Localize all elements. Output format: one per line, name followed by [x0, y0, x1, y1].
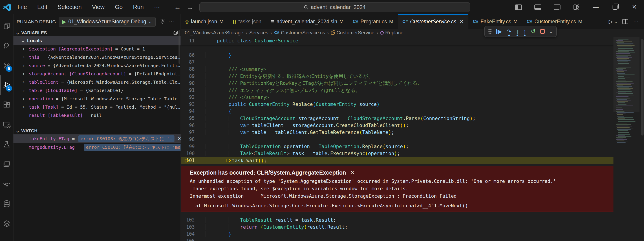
extensions-icon[interactable] [0, 95, 14, 115]
debug-config-dropdown[interactable]: ▶ 01_WindowsAzureStorage Debug ⌄ [58, 17, 156, 27]
forward-arrow-icon[interactable]: → [187, 3, 194, 11]
watch-row[interactable]: fakeEntity.ETag = error CS0103: 現在のコンテキス… [14, 134, 180, 143]
code-line[interactable]: 91 /// エンティティクラスに無いプロパティはnullとなる。 [181, 87, 614, 94]
genie-lamp-icon[interactable] [0, 174, 14, 194]
code-line[interactable]: 103 return (CustomerEntity)result.Result… [181, 224, 614, 231]
menu-file[interactable]: File [14, 2, 30, 12]
restart-button[interactable]: ↺ [531, 28, 536, 34]
code-line[interactable]: 87 [181, 59, 614, 65]
menu-edit[interactable]: Edit [34, 2, 51, 12]
windows-panels-icon[interactable] [0, 154, 14, 174]
editor-scrollbar[interactable] [641, 39, 644, 136]
step-into-button[interactable]: ↓ [516, 28, 519, 34]
sidebar-scrollbar[interactable] [178, 30, 180, 64]
breadcrumb-item[interactable]: 01_WindowsAzureStorage [185, 30, 243, 36]
variable-row[interactable]: result [TableResult] = null [14, 111, 180, 119]
code-line[interactable]: 93 public CustomerEntity Replace(Custome… [181, 101, 614, 108]
tab-tasks-json[interactable]: {}tasks.json [228, 14, 266, 29]
variable-row[interactable]: ›this = {Adventcalendar2024.WindowsAzure… [14, 53, 180, 61]
code-line[interactable]: 94 { [181, 108, 614, 115]
split-editor-button[interactable] [622, 19, 628, 24]
menu-moremoremore[interactable]: ··· [150, 2, 164, 12]
watch-section-header[interactable]: ⌄ WATCH [14, 127, 180, 134]
variable-row[interactable]: ›source = {Adventcalendar2024.WindowsAzu… [14, 61, 180, 70]
twistie-icon[interactable]: › [22, 46, 29, 51]
code-line[interactable]: 98 [181, 136, 614, 143]
twistie-icon[interactable]: › [22, 105, 29, 109]
variable-row[interactable]: ›storageAccount [CloudStorageAccount] = … [14, 70, 180, 78]
breadcrumb-item[interactable]: C# CustomerService.cs [274, 30, 325, 36]
variable-row[interactable]: ›$exception [AggregateException] = Count… [14, 45, 180, 53]
tab-advent-calendar-2024-sln[interactable]: ≣advent_calendar_2024.slnM [266, 14, 348, 29]
collapse-all-icon[interactable] [173, 30, 178, 35]
stop-button[interactable] [540, 29, 545, 34]
back-arrow-icon[interactable]: ← [174, 3, 181, 11]
code-line[interactable]: 95 CloudStorageAccount storageAccount = … [181, 115, 614, 122]
code-line[interactable]: 104 } [181, 231, 614, 238]
menu-view[interactable]: View [88, 2, 108, 12]
code-line[interactable]: 102 TableResult result = task.Result; [181, 217, 614, 224]
code-line[interactable]: 97 var table = tableClient.GetTableRefer… [181, 129, 614, 136]
menu-selection[interactable]: Selection [54, 2, 85, 12]
views-more-actions[interactable]: ··· [168, 18, 175, 25]
editor-more-actions[interactable]: ··· [633, 18, 638, 25]
explorer-icon[interactable] [0, 16, 14, 36]
code-line[interactable]: 92 /// </summary> [181, 94, 614, 101]
code-line[interactable]: 86 } [181, 52, 614, 59]
tab-launch-json[interactable]: {}launch.jsonM [181, 14, 228, 29]
variable-row[interactable]: ›task [Task] = Id = 55, Status = Faulted… [14, 103, 180, 111]
search-view-icon[interactable] [0, 36, 14, 56]
debug-settings-gear-icon[interactable] [160, 18, 166, 25]
twistie-icon[interactable]: › [22, 80, 29, 84]
breadcrumb-item[interactable]: CustomerService [331, 30, 374, 36]
variables-section-header[interactable]: ⌄ VARIABLES [14, 29, 180, 36]
layers-icon[interactable] [0, 214, 14, 233]
code-editor[interactable]: 11 public class CustomerService 86 }8788… [181, 37, 644, 241]
twistie-icon[interactable]: › [22, 88, 29, 93]
code-line[interactable]: 100 Task<TableResult> task = table.Execu… [181, 150, 614, 157]
code-line[interactable]: 99 TableOperation operation = TableOpera… [181, 143, 614, 150]
twistie-icon[interactable]: › [22, 63, 29, 68]
step-out-button[interactable]: ↑ [524, 28, 526, 34]
sticky-scroll-line[interactable]: 11 public class CustomerService [181, 37, 614, 45]
code-line[interactable]: 105 [181, 238, 614, 241]
menu-run[interactable]: Run [129, 2, 147, 12]
tab-CustomerService-cs[interactable]: C#CustomerService.cs✕ [398, 14, 468, 29]
close-button[interactable]: ✕ [625, 0, 644, 14]
customize-layout-button[interactable] [567, 0, 586, 14]
variable-row[interactable]: ›tableClient = {Microsoft.WindowsAzure.S… [14, 78, 180, 86]
source-control-icon[interactable]: 5 [0, 56, 14, 75]
code-line[interactable]: 89 /// Entityを更新する。取得済みのEntityを使用しているが、 [181, 73, 614, 80]
minimap[interactable] [614, 37, 644, 241]
twistie-icon[interactable]: › [22, 71, 29, 76]
close-exception-icon[interactable]: ✕ [350, 169, 354, 176]
test-beaker-icon[interactable] [0, 135, 14, 154]
command-center-search[interactable]: advent_calendar_2024 [200, 2, 470, 12]
code-line[interactable]: 96 var tableClient = storageAccount.Crea… [181, 122, 614, 129]
continue-button[interactable]: ▶ [496, 28, 502, 34]
breadcrumb-item[interactable]: Services [249, 30, 268, 36]
minimize-button[interactable]: — [586, 0, 606, 14]
tab-Program-cs[interactable]: C#Program.csM [348, 14, 398, 29]
code-line[interactable]: 101 task.Wait(); [181, 157, 614, 164]
remote-explorer-icon[interactable]: >< [0, 115, 14, 135]
start-debug-icon[interactable]: ▶ [62, 19, 66, 25]
twistie-icon[interactable]: › [22, 55, 29, 59]
twistie-icon[interactable]: › [22, 96, 29, 101]
run-debug-view-icon[interactable]: 1 [0, 75, 14, 95]
variable-row[interactable]: ›operation = {Microsoft.WindowsAzure.Sto… [14, 94, 180, 103]
variable-row[interactable]: ›table [CloudTable] = {SampleTable1} [14, 86, 180, 94]
watch-row[interactable]: mergedEntity.ETag = error CS0103: 現在のコンテ… [14, 143, 180, 151]
drag-grip-icon[interactable] [488, 29, 492, 34]
code-line[interactable]: 88 /// <summary> [181, 66, 614, 73]
code-line[interactable]: 90 /// PartitionKeyとRowKeyとETagがあれば同じエンテ… [181, 80, 614, 87]
database-icon[interactable] [0, 194, 14, 214]
run-file-button[interactable]: ▷ ⌄ [609, 18, 618, 25]
scope-locals[interactable]: ⌄ Locals [14, 36, 180, 45]
menu-go[interactable]: Go [112, 2, 126, 12]
step-over-button[interactable]: ↷ [506, 28, 512, 34]
restore-button[interactable] [606, 0, 625, 14]
chevron-down-icon[interactable]: ⌄ [549, 29, 553, 34]
remove-watch-icon[interactable]: ✕ [178, 136, 181, 142]
toggle-sidebar-button[interactable] [509, 0, 528, 14]
